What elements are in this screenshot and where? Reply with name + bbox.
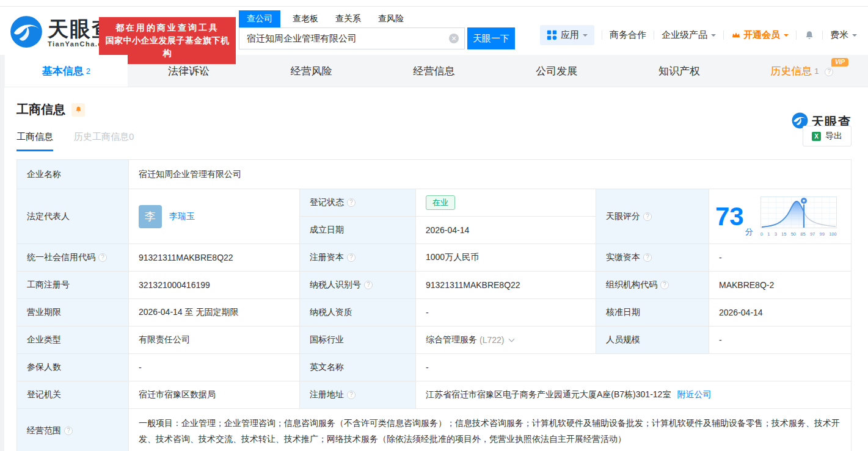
table-row: 营业期限 2026-04-14 至 无固定期限 纳税人资质 - 核准日期 202…	[17, 299, 851, 327]
tab-ip[interactable]: 知识产权	[618, 55, 741, 87]
business-term-value: 2026-04-14 至 无固定期限	[129, 299, 300, 326]
user-menu[interactable]: 费米	[830, 29, 857, 41]
help-icon[interactable]: ?	[364, 281, 373, 289]
staff-size-label: 人员规模	[596, 327, 709, 353]
table-row: 经营范围? 一般项目：企业管理；企业管理咨询；信息咨询服务（不含许可类信息咨询服…	[17, 409, 851, 451]
tab-history-label: 历史信息	[770, 65, 812, 77]
tab-development-label: 公司发展	[536, 65, 577, 77]
tab-legal-label: 法律诉讼	[168, 65, 210, 77]
help-icon[interactable]: ?	[347, 391, 356, 399]
tab-operation[interactable]: 经营信息	[373, 55, 495, 87]
excel-icon: X	[812, 132, 821, 141]
paid-capital-value: -	[709, 244, 851, 271]
help-icon[interactable]: ?	[825, 68, 833, 76]
reg-address-value: 江苏省宿迁市宿豫区电子商务产业园通元大厦A座(B7栋)301-12室 附近公司	[416, 381, 851, 408]
top-strip	[0, 0, 868, 7]
apps-label: 应用	[561, 29, 579, 41]
approval-date-label: 核准日期	[596, 299, 709, 326]
reg-number-label: 工商注册号	[17, 272, 129, 298]
table-row: 法定代表人 李 李瑞玉 登记状态? 在业 成立日期 2026-04-14	[17, 189, 851, 244]
subtab-current-business-info[interactable]: 工商信息	[16, 131, 53, 151]
search-tab-company[interactable]: 查公司	[239, 10, 280, 27]
clear-search-icon[interactable]: ✕	[449, 34, 459, 43]
score-label-text: 天眼评分	[606, 211, 640, 222]
apps-menu-button[interactable]: 应用	[540, 25, 594, 45]
company-name-label: 企业名称	[17, 160, 129, 189]
legal-rep-name-link[interactable]: 李瑞玉	[169, 211, 195, 222]
tab-risk[interactable]: 经营风险	[250, 55, 373, 87]
tab-development[interactable]: 公司发展	[495, 55, 618, 87]
search-button[interactable]: 天眼一下	[467, 27, 515, 49]
crown-icon	[731, 31, 741, 40]
tab-operation-label: 经营信息	[414, 65, 455, 77]
status-badge: 在业	[426, 195, 455, 210]
reg-status-value: 在业	[416, 189, 596, 216]
header-nav: 应用 商务合作 企业级产品 开通会员 费米	[540, 25, 857, 45]
apps-grid-icon	[547, 30, 557, 40]
search-tab-boss[interactable]: 查老板	[293, 10, 318, 27]
business-scope-label: 经营范围?	[17, 409, 129, 451]
reg-capital-value: 1000万人民币	[416, 244, 596, 271]
chevron-down-icon	[583, 34, 588, 39]
vip-upgrade-menu[interactable]: 开通会员	[731, 29, 789, 41]
taxpayer-qual-value: -	[416, 299, 596, 326]
chevron-down-icon	[711, 34, 716, 39]
paid-capital-label: 实缴资本?	[596, 244, 709, 271]
table-row: 企业名称 宿迁知周企业管理有限公司	[17, 160, 851, 189]
tab-history-count: 1	[814, 67, 819, 76]
chevron-down-icon	[784, 34, 789, 39]
tab-history[interactable]: VIP 历史信息1 ?	[740, 55, 863, 87]
reg-status-label: 登记状态?	[300, 189, 416, 216]
export-label: 导出	[825, 131, 842, 142]
bell-icon	[75, 106, 82, 114]
subtab-history-business-info[interactable]: 历史工商信息0	[74, 131, 134, 151]
help-icon[interactable]: ?	[660, 281, 669, 289]
score-axis-ticks: 0131550859799100	[760, 231, 837, 237]
business-scope-value: 一般项目：企业管理；企业管理咨询；信息咨询服务（不含许可类信息咨询服务）；信息技…	[129, 409, 851, 451]
business-info-table: 企业名称 宿迁知周企业管理有限公司 法定代表人 李 李瑞玉 登记状态? 在业	[16, 159, 852, 451]
org-code-value: MAKBRE8Q-2	[709, 272, 851, 298]
english-name-label: 英文名称	[300, 354, 416, 381]
nav-divider	[602, 31, 602, 40]
company-name-value: 宿迁知周企业管理有限公司	[129, 160, 851, 189]
bell-icon	[804, 30, 815, 41]
insured-count-label: 参保人数	[17, 354, 129, 381]
help-icon[interactable]: ?	[347, 253, 356, 262]
nav-divider	[822, 31, 823, 40]
table-row: 统一社会信用代码? 91321311MAKBRE8Q22 注册资本? 1000万…	[17, 244, 851, 272]
notifications-button[interactable]	[804, 30, 815, 41]
search-input[interactable]	[239, 27, 465, 49]
export-button[interactable]: X 导出	[803, 126, 852, 146]
search-tab-risk[interactable]: 查风险	[378, 10, 404, 27]
insured-count-value: -	[129, 354, 300, 381]
help-icon[interactable]: ?	[64, 427, 73, 435]
business-info-section: 天眼查 工商信息 工商信息 历史工商信息0 X 导出 企业名称 宿迁知周企业管理…	[0, 101, 868, 451]
table-row: 登记机关 宿迁市宿豫区数据局 注册地址? 江苏省宿迁市宿豫区电子商务产业园通元大…	[17, 381, 851, 409]
tab-basic-label: 基本信息	[42, 65, 84, 77]
cooperation-link[interactable]: 商务合作	[610, 29, 646, 41]
help-icon[interactable]: ?	[643, 212, 652, 221]
reg-number-value: 321321000416199	[129, 272, 300, 298]
tab-basic-info[interactable]: 基本信息2	[5, 55, 128, 87]
english-name-value: -	[416, 354, 851, 381]
tab-legal[interactable]: 法律诉讼	[128, 55, 250, 87]
reg-address-text: 江苏省宿迁市宿豫区电子商务产业园通元大厦A座(B7栋)301-12室	[426, 389, 671, 400]
enterprise-menu[interactable]: 企业级产品	[662, 29, 716, 41]
help-icon[interactable]: ?	[98, 253, 107, 262]
chevron-down-icon[interactable]	[509, 336, 515, 342]
legal-rep-value: 李 李瑞玉	[129, 189, 300, 244]
industry-value[interactable]: 综合管理服务 (L722)	[416, 327, 596, 353]
help-icon[interactable]: ?	[347, 198, 356, 207]
company-type-label: 企业类型	[17, 327, 129, 353]
monitor-bell-button[interactable]	[71, 103, 85, 117]
est-date-value: 2026-04-14	[416, 217, 596, 244]
est-date-label: 成立日期	[300, 217, 416, 244]
chevron-down-icon	[852, 34, 857, 39]
tab-risk-label: 经营风险	[291, 65, 332, 77]
help-icon[interactable]: ?	[643, 253, 652, 262]
legal-rep-avatar[interactable]: 李	[139, 205, 162, 228]
search-tab-relation[interactable]: 查关系	[335, 10, 361, 27]
nearby-companies-link[interactable]: 附近公司	[677, 389, 711, 400]
approval-date-value: 2026-04-14	[709, 299, 851, 326]
score-label: 天眼评分?	[596, 189, 709, 244]
